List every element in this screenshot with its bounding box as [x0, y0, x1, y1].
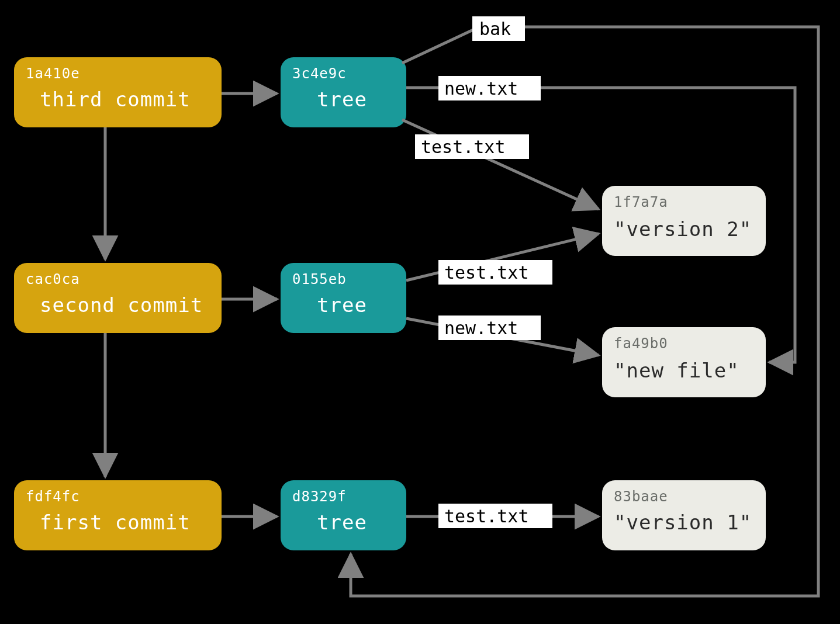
svg-text:test.txt: test.txt [444, 506, 529, 526]
svg-text:new.txt: new.txt [444, 78, 518, 99]
blob-node-newfile: fa49b0 "new file" [602, 327, 766, 397]
edge-label-testtxt-1: test.txt [438, 260, 552, 285]
commit-label: first commit [40, 511, 191, 534]
tree-node-2: d8329f tree [281, 480, 406, 550]
tree-node-0: 3c4e9c tree [281, 57, 406, 127]
blob-label: "version 1" [614, 511, 752, 534]
commit-hash: 1a410e [26, 65, 80, 82]
commit-node-third: 1a410e third commit [14, 57, 222, 127]
edge-label-bak: bak [472, 16, 525, 41]
commit-hash: cac0ca [26, 271, 80, 287]
edge-label-testtxt-2: test.txt [438, 504, 552, 528]
tree-hash: 3c4e9c [292, 65, 347, 82]
svg-text:test.txt: test.txt [444, 262, 529, 283]
blob-hash: 1f7a7a [614, 194, 668, 210]
svg-text:new.txt: new.txt [444, 318, 518, 338]
tree-label: tree [317, 293, 367, 317]
commit-node-second: cac0ca second commit [14, 263, 222, 333]
edge-label-newtxt-0: new.txt [438, 76, 541, 100]
commit-hash: fdf4fc [26, 488, 80, 505]
edge-label-newtxt-1: new.txt [438, 316, 541, 340]
blob-node-version2: 1f7a7a "version 2" [602, 186, 766, 256]
tree-hash: d8329f [292, 488, 347, 505]
svg-text:test.txt: test.txt [421, 137, 506, 157]
commit-node-first: fdf4fc first commit [14, 480, 222, 550]
blob-hash: 83baae [614, 488, 668, 505]
commit-label: third commit [40, 88, 191, 111]
svg-text:bak: bak [479, 19, 511, 39]
blob-label: "new file" [614, 359, 739, 382]
tree-node-1: 0155eb tree [281, 263, 406, 333]
blob-node-version1: 83baae "version 1" [602, 480, 766, 550]
edge-tree0-testtxt-to-v2 [402, 120, 599, 209]
blob-label: "version 2" [614, 217, 752, 241]
tree-label: tree [317, 511, 367, 534]
blob-hash: fa49b0 [614, 335, 668, 352]
edge-label-testtxt-0: test.txt [415, 134, 529, 159]
tree-hash: 0155eb [292, 271, 347, 287]
tree-label: tree [317, 88, 367, 111]
commit-label: second commit [40, 293, 203, 317]
